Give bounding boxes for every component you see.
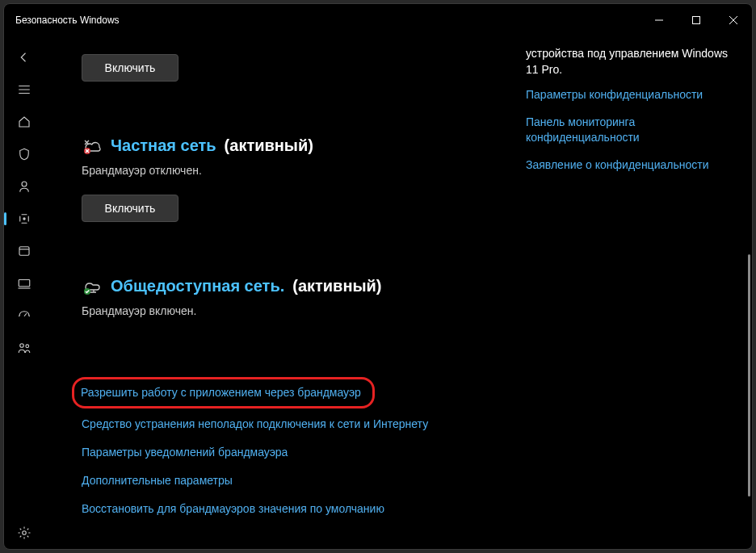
svg-rect-0 bbox=[693, 17, 700, 24]
nav-device-performance[interactable] bbox=[4, 300, 44, 332]
scrollbar-thumb[interactable] bbox=[748, 254, 750, 496]
link-privacy-dashboard[interactable]: Панель мониторинга конфиденциальности bbox=[526, 115, 736, 146]
nav-home[interactable] bbox=[4, 106, 44, 138]
link-troubleshoot[interactable]: Средство устранения неполадок подключени… bbox=[82, 417, 445, 432]
minimize-button[interactable] bbox=[640, 4, 678, 36]
svg-rect-3 bbox=[19, 247, 29, 256]
nav-firewall[interactable] bbox=[4, 203, 44, 235]
link-notifications[interactable]: Параметры уведомлений брандмауэра bbox=[82, 445, 445, 460]
svg-point-5 bbox=[20, 344, 24, 348]
close-button[interactable] bbox=[715, 4, 752, 36]
public-network-desc: Брандмауэр включен. bbox=[82, 304, 494, 317]
app-window: Безопасность Windows bbox=[3, 3, 753, 550]
nav-family[interactable] bbox=[4, 332, 44, 364]
main-content: Включить Частная сеть bbox=[44, 36, 526, 549]
enable-button-domain[interactable]: Включить bbox=[82, 54, 178, 82]
window-title: Безопасность Windows bbox=[15, 15, 120, 26]
nav-settings[interactable] bbox=[4, 517, 44, 549]
public-network-status: (активный) bbox=[292, 277, 381, 295]
menu-button[interactable] bbox=[4, 73, 44, 106]
link-privacy-statement[interactable]: Заявление о конфиденциальности bbox=[526, 157, 736, 174]
public-network-title[interactable]: Общедоступная сеть. bbox=[111, 277, 284, 295]
private-network-status: (активный) bbox=[225, 136, 313, 155]
maximize-button[interactable] bbox=[678, 4, 715, 36]
link-allow-app[interactable]: Разрешить работу с приложением через бра… bbox=[81, 385, 361, 400]
svg-point-6 bbox=[26, 345, 29, 348]
svg-rect-4 bbox=[19, 280, 30, 287]
scrollbar[interactable] bbox=[744, 36, 750, 549]
nav-account[interactable] bbox=[4, 170, 44, 203]
back-button[interactable] bbox=[4, 41, 44, 73]
nav-rail bbox=[4, 36, 44, 549]
private-network-title[interactable]: Частная сеть bbox=[111, 136, 216, 155]
svg-point-7 bbox=[23, 531, 27, 535]
public-network-section: Общедоступная сеть. (активный) Брандмауэ… bbox=[82, 275, 494, 317]
firewall-links: Разрешить работу с приложением через бра… bbox=[82, 377, 494, 516]
private-network-icon bbox=[82, 135, 103, 156]
link-privacy-settings[interactable]: Параметры конфиденциальности bbox=[526, 87, 736, 103]
public-network-icon bbox=[82, 275, 103, 296]
svg-point-1 bbox=[22, 182, 27, 186]
nav-protection[interactable] bbox=[4, 138, 44, 170]
nav-app-browser[interactable] bbox=[4, 235, 44, 267]
link-restore[interactable]: Восстановить для брандмауэров значения п… bbox=[82, 501, 445, 517]
titlebar: Безопасность Windows bbox=[4, 4, 752, 36]
svg-point-2 bbox=[23, 218, 25, 220]
nav-device-security[interactable] bbox=[4, 267, 44, 300]
enable-button-private[interactable]: Включить bbox=[82, 195, 178, 222]
device-info-text: устройства под управлением Windows 11 Pr… bbox=[526, 46, 736, 78]
link-advanced[interactable]: Дополнительные параметры bbox=[82, 473, 445, 488]
highlighted-link: Разрешить работу с приложением через бра… bbox=[72, 377, 375, 408]
private-network-section: Частная сеть (активный) Брандмауэр отклю… bbox=[82, 135, 494, 222]
right-sidebar: устройства под управлением Windows 11 Pr… bbox=[526, 36, 752, 549]
private-network-desc: Брандмауэр отключен. bbox=[82, 164, 494, 177]
